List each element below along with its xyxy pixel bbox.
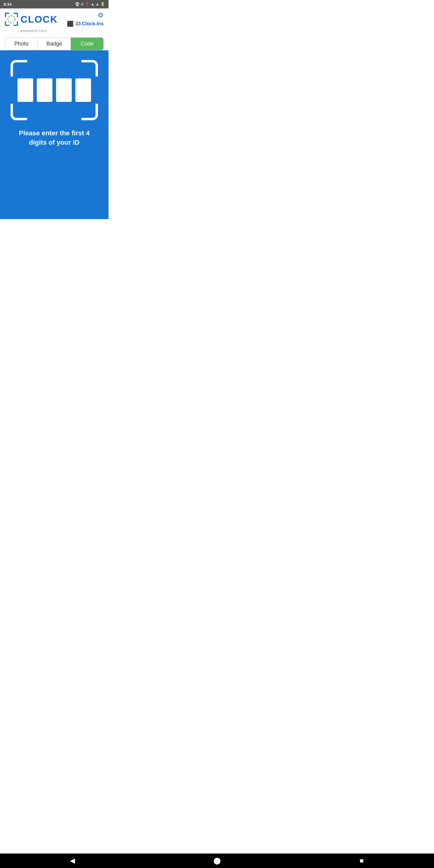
digit-box-2[interactable] (37, 79, 53, 102)
clock-logo-icon (5, 13, 18, 26)
header-top: CLOCK ⚙ ⬛ 33 Clock-Ins (5, 11, 104, 27)
digit-boxes (18, 79, 91, 102)
digit-box-4[interactable] (75, 79, 91, 102)
corner-bottom-left (10, 104, 27, 120)
logo-title-area: CLOCK (21, 14, 58, 25)
powered-by-label: powered by Carol (5, 29, 104, 33)
digit-box-1[interactable] (18, 79, 33, 102)
svg-point-0 (8, 16, 15, 23)
corner-top-left (10, 60, 27, 76)
header-right: ⚙ ⬛ 33 Clock-Ins (67, 11, 104, 27)
corner-bottom-right (82, 104, 98, 120)
tab-code[interactable]: Code (71, 38, 103, 50)
settings-button[interactable]: ⚙ (98, 11, 104, 19)
status-icons: 👻 ⊘ 📍 ▲ ▲ 🔋 (75, 2, 105, 6)
status-bar: 8:34 👻 ⊘ 📍 ▲ ▲ 🔋 (0, 0, 108, 8)
scanner-frame (10, 60, 98, 120)
app-title: CLOCK (21, 14, 58, 25)
clock-ins-label: 33 Clock-Ins (75, 21, 104, 27)
location-icon: 📍 (85, 2, 90, 6)
status-time: 8:34 (4, 2, 11, 7)
instruction-text: Please enter the first 4 digits of your … (12, 129, 96, 147)
clock-ins-button[interactable]: ⬛ 33 Clock-Ins (67, 21, 104, 27)
wifi-icon: ▲ (91, 2, 94, 6)
main-content: Please enter the first 4 digits of your … (0, 50, 108, 219)
tab-photo[interactable]: Photo (5, 38, 38, 50)
corner-top-right (82, 60, 98, 76)
battery-icon: 🔋 (100, 2, 105, 6)
tab-badge[interactable]: Badge (38, 38, 71, 50)
signal-icon: ▲ (96, 2, 99, 6)
header: CLOCK ⚙ ⬛ 33 Clock-Ins powered by Carol (0, 8, 108, 35)
ghost-icon: 👻 (75, 2, 80, 6)
do-not-disturb-icon: ⊘ (81, 2, 84, 6)
digit-box-3[interactable] (56, 79, 72, 102)
tab-bar: Photo Badge Code (5, 37, 104, 50)
clock-in-icon: ⬛ (67, 21, 73, 27)
logo-area: CLOCK (5, 13, 58, 26)
